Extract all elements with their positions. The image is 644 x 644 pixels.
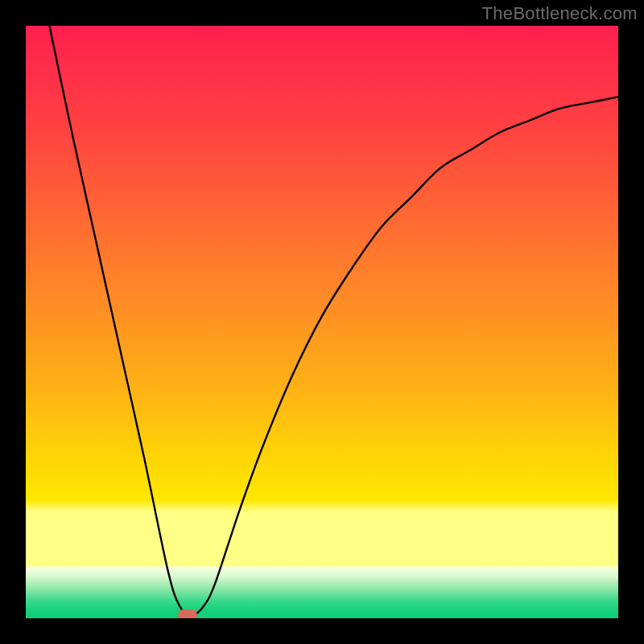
gradient-background: [26, 26, 618, 618]
plot-area: [26, 26, 618, 618]
watermark-text: TheBottleneck.com: [482, 3, 638, 24]
chart-frame: TheBottleneck.com: [0, 0, 644, 644]
min-marker: [178, 609, 197, 618]
